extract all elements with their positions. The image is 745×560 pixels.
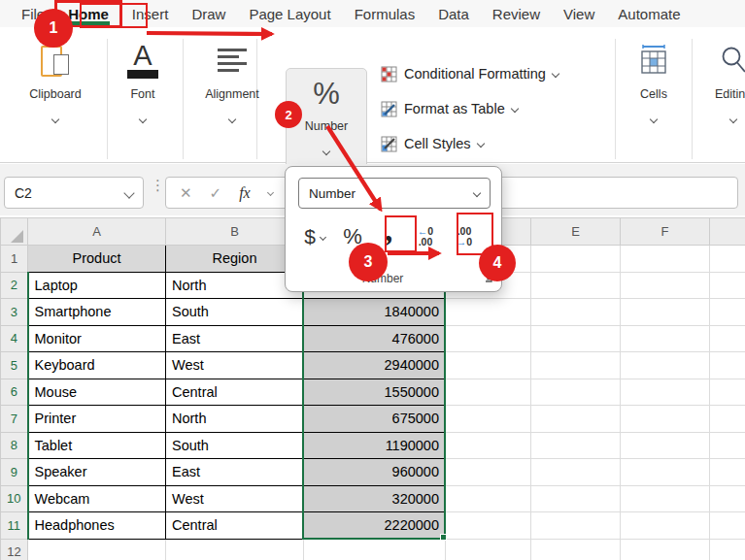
tab-data[interactable]: Data	[426, 2, 481, 26]
row-header-10[interactable]: 10	[1, 485, 28, 512]
cell-E7[interactable]	[531, 406, 621, 433]
cell-F7[interactable]	[621, 406, 710, 433]
cell-C5[interactable]: 2940000	[304, 352, 446, 379]
cell-D6[interactable]	[446, 379, 531, 406]
row-header-1[interactable]: 1	[1, 246, 28, 273]
cell-B12[interactable]	[166, 539, 304, 560]
cell-D10[interactable]	[446, 485, 531, 512]
cell-F10[interactable]	[621, 485, 710, 512]
cell-D9[interactable]	[446, 459, 531, 486]
cell-F11[interactable]	[621, 512, 710, 540]
cell-G12[interactable]	[710, 539, 745, 560]
column-header-B[interactable]: B	[166, 218, 304, 246]
insert-function-icon[interactable]: fx	[239, 184, 251, 202]
cell-A5[interactable]: Keyboard	[28, 352, 166, 379]
select-all-button[interactable]	[1, 218, 28, 246]
cell-E2[interactable]	[531, 272, 621, 299]
row-header-2[interactable]: 2	[1, 272, 28, 299]
cell-A3[interactable]: Smartphone	[28, 299, 166, 326]
formula-bar-drag-handle[interactable]: ⋮	[151, 181, 165, 189]
dialog-launcher-icon[interactable]	[481, 271, 493, 283]
percent-style-button[interactable]: %	[334, 217, 371, 256]
column-header-A[interactable]: A	[28, 218, 166, 246]
clipboard-group-button[interactable]: Clipboard	[14, 37, 97, 126]
tab-draw[interactable]: Draw	[180, 2, 237, 26]
row-header-9[interactable]: 9	[1, 459, 28, 486]
enter-icon[interactable]: ✓	[210, 184, 222, 202]
cell-B4[interactable]: East	[166, 325, 304, 352]
cell-A6[interactable]: Mouse	[28, 379, 166, 406]
cell-B3[interactable]: South	[166, 299, 304, 326]
cell-B10[interactable]: West	[166, 485, 304, 512]
cells-group-button[interactable]: Cells	[618, 37, 690, 126]
cell-B9[interactable]: East	[166, 459, 304, 486]
cell-D8[interactable]	[446, 432, 531, 459]
cell-A12[interactable]	[28, 539, 166, 560]
font-group-button[interactable]: A Font	[101, 37, 185, 126]
cell-D7[interactable]	[446, 406, 531, 433]
row-header-5[interactable]: 5	[1, 352, 28, 379]
tab-page-layout[interactable]: Page Layout	[237, 2, 342, 26]
cell-B1[interactable]: Region	[166, 246, 304, 273]
cell-F12[interactable]	[621, 539, 710, 560]
cell-B6[interactable]: Central	[166, 379, 304, 406]
cell-G8[interactable]	[710, 432, 745, 459]
cell-B7[interactable]: North	[166, 406, 304, 433]
cell-A8[interactable]: Tablet	[28, 432, 166, 459]
cell-G9[interactable]	[710, 459, 745, 486]
cell-A2[interactable]: Laptop	[28, 272, 166, 299]
cell-C9[interactable]: 960000	[304, 459, 446, 486]
cell-G2[interactable]	[710, 272, 745, 299]
row-header-7[interactable]: 7	[1, 406, 28, 433]
cell-F3[interactable]	[621, 299, 710, 326]
tab-insert[interactable]: Insert	[120, 2, 181, 26]
tab-formulas[interactable]: Formulas	[343, 2, 427, 26]
comma-style-button[interactable]: ,	[371, 217, 406, 256]
cell-G6[interactable]	[710, 379, 745, 406]
cell-E10[interactable]	[531, 485, 621, 512]
cell-E3[interactable]	[531, 299, 621, 326]
cell-C6[interactable]: 1550000	[304, 379, 446, 406]
cell-D5[interactable]	[446, 352, 531, 379]
tab-view[interactable]: View	[552, 2, 606, 26]
cell-F5[interactable]	[621, 352, 710, 379]
cell-G10[interactable]	[710, 485, 745, 512]
cell-A10[interactable]: Webcam	[28, 485, 166, 512]
cell-C10[interactable]: 320000	[304, 485, 446, 512]
cell-E12[interactable]	[531, 539, 621, 560]
cell-styles-button[interactable]: Cell Styles	[381, 134, 559, 153]
row-header-6[interactable]: 6	[1, 379, 28, 406]
cell-A4[interactable]: Monitor	[28, 325, 166, 352]
row-header-3[interactable]: 3	[1, 299, 28, 326]
cell-E6[interactable]	[531, 379, 621, 406]
cell-E4[interactable]	[531, 325, 621, 352]
editing-group-button[interactable]: Editing	[697, 37, 745, 126]
column-header-F[interactable]: F	[621, 218, 710, 246]
tab-automate[interactable]: Automate	[606, 2, 692, 26]
cell-D4[interactable]	[446, 325, 531, 352]
cell-F8[interactable]	[621, 432, 710, 459]
cell-G3[interactable]	[710, 299, 745, 326]
cell-F4[interactable]	[621, 325, 710, 352]
cell-C8[interactable]: 1190000	[304, 432, 446, 459]
alignment-group-button[interactable]: Alignment	[190, 37, 274, 126]
name-box[interactable]: C2	[4, 177, 144, 209]
accounting-format-button[interactable]: $	[295, 217, 334, 256]
cell-E1[interactable]	[531, 246, 621, 273]
column-header-partial[interactable]	[710, 218, 745, 246]
cell-B8[interactable]: South	[166, 432, 304, 459]
cell-E5[interactable]	[531, 352, 621, 379]
fill-handle[interactable]	[440, 534, 447, 541]
cell-C7[interactable]: 675000	[304, 406, 446, 433]
row-header-11[interactable]: 11	[1, 512, 28, 540]
cell-G4[interactable]	[710, 325, 745, 352]
row-header-8[interactable]: 8	[1, 432, 28, 459]
number-format-select[interactable]: Number	[298, 178, 491, 209]
cell-A11[interactable]: Headphones	[28, 512, 166, 540]
cell-C4[interactable]: 476000	[304, 325, 446, 352]
row-header-12[interactable]: 12	[1, 539, 28, 560]
cell-B11[interactable]: Central	[166, 512, 304, 540]
cell-B5[interactable]: West	[166, 352, 304, 379]
row-header-4[interactable]: 4	[1, 325, 28, 352]
cell-A7[interactable]: Printer	[28, 406, 166, 433]
